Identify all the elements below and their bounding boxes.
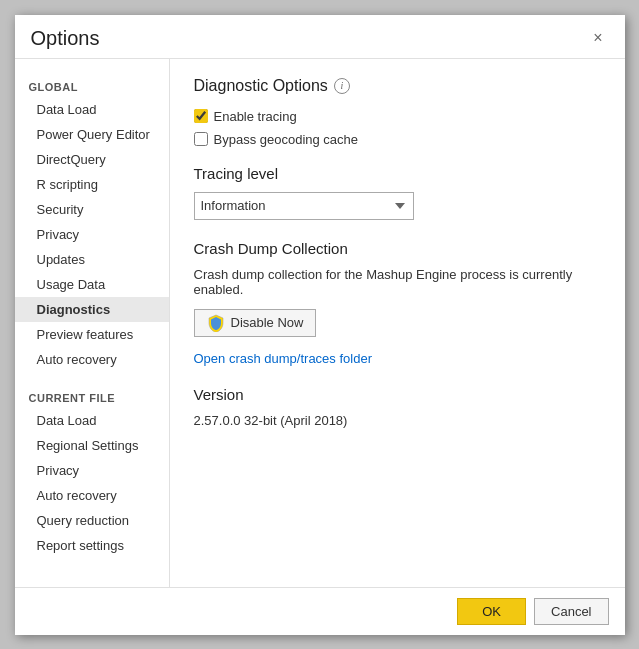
- sidebar-item-updates[interactable]: Updates: [15, 247, 169, 272]
- crash-dump-section: Crash Dump Collection Crash dump collect…: [194, 240, 601, 366]
- tracing-level-row: Information Verbose Debug: [194, 192, 601, 220]
- sidebar-item-regional-settings[interactable]: Regional Settings: [15, 433, 169, 458]
- sidebar-item-security[interactable]: Security: [15, 197, 169, 222]
- global-section-label: GLOBAL: [15, 71, 169, 97]
- heading-text: Diagnostic Options: [194, 77, 328, 95]
- sidebar-item-cf-auto-recovery[interactable]: Auto recovery: [15, 483, 169, 508]
- options-dialog: Options × GLOBAL Data Load Power Query E…: [15, 15, 625, 635]
- sidebar-item-diagnostics[interactable]: Diagnostics: [15, 297, 169, 322]
- tracing-level-heading: Tracing level: [194, 165, 601, 182]
- bypass-geocoding-checkbox[interactable]: [194, 132, 208, 146]
- sidebar-item-directquery[interactable]: DirectQuery: [15, 147, 169, 172]
- sidebar-item-report-settings[interactable]: Report settings: [15, 533, 169, 558]
- sidebar-item-power-query-editor[interactable]: Power Query Editor: [15, 122, 169, 147]
- version-number: 2.57.0.0 32-bit (April 2018): [194, 413, 601, 428]
- footer: OK Cancel: [15, 587, 625, 635]
- cancel-button[interactable]: Cancel: [534, 598, 608, 625]
- bypass-geocoding-label: Bypass geocoding cache: [214, 132, 359, 147]
- dialog-title: Options: [31, 27, 100, 50]
- crash-dump-heading: Crash Dump Collection: [194, 240, 601, 257]
- sidebar-item-r-scripting[interactable]: R scripting: [15, 172, 169, 197]
- shield-icon: [207, 314, 225, 332]
- sidebar-item-preview-features[interactable]: Preview features: [15, 322, 169, 347]
- sidebar: GLOBAL Data Load Power Query Editor Dire…: [15, 59, 170, 587]
- sidebar-item-query-reduction[interactable]: Query reduction: [15, 508, 169, 533]
- title-bar: Options ×: [15, 15, 625, 59]
- disable-now-button[interactable]: Disable Now: [194, 309, 317, 337]
- enable-tracing-label: Enable tracing: [214, 109, 297, 124]
- sidebar-item-auto-recovery-global[interactable]: Auto recovery: [15, 347, 169, 372]
- bypass-geocoding-row: Bypass geocoding cache: [194, 132, 601, 147]
- info-icon: i: [334, 78, 350, 94]
- dialog-body: GLOBAL Data Load Power Query Editor Dire…: [15, 59, 625, 587]
- main-content: Diagnostic Options i Enable tracing Bypa…: [170, 59, 625, 587]
- enable-tracing-row: Enable tracing: [194, 109, 601, 124]
- tracing-level-select[interactable]: Information Verbose Debug: [194, 192, 414, 220]
- close-button[interactable]: ×: [587, 27, 608, 49]
- crash-dump-description: Crash dump collection for the Mashup Eng…: [194, 267, 601, 297]
- version-heading: Version: [194, 386, 601, 403]
- enable-tracing-checkbox[interactable]: [194, 109, 208, 123]
- ok-button[interactable]: OK: [457, 598, 526, 625]
- open-folder-link[interactable]: Open crash dump/traces folder: [194, 351, 372, 366]
- sidebar-item-privacy[interactable]: Privacy: [15, 222, 169, 247]
- sidebar-item-cf-data-load[interactable]: Data Load: [15, 408, 169, 433]
- current-file-section-label: CURRENT FILE: [15, 382, 169, 408]
- disable-now-label: Disable Now: [231, 315, 304, 330]
- sidebar-item-data-load[interactable]: Data Load: [15, 97, 169, 122]
- content-heading: Diagnostic Options i: [194, 77, 601, 95]
- sidebar-item-usage-data[interactable]: Usage Data: [15, 272, 169, 297]
- version-section: Version 2.57.0.0 32-bit (April 2018): [194, 386, 601, 428]
- sidebar-item-cf-privacy[interactable]: Privacy: [15, 458, 169, 483]
